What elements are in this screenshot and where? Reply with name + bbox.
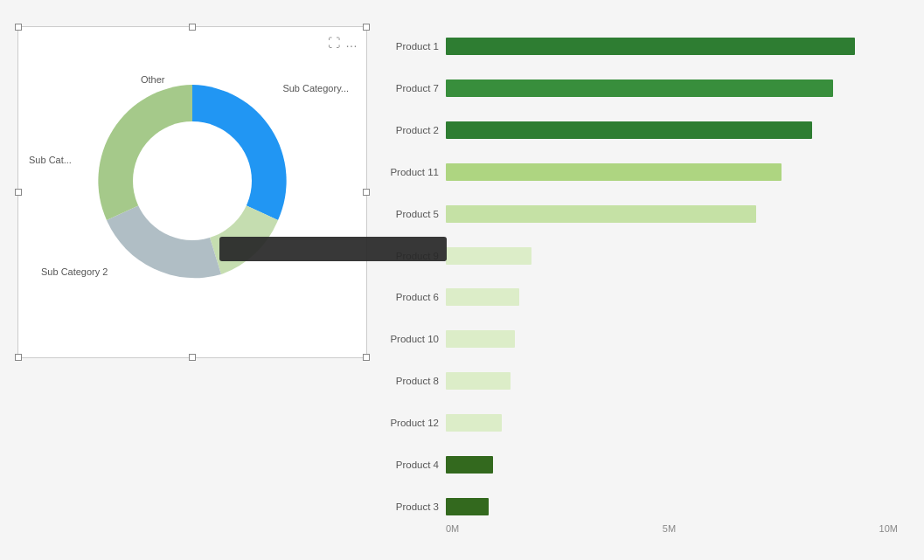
bar-fill[interactable] xyxy=(446,80,833,97)
bar-fill[interactable] xyxy=(446,247,531,265)
bar-track xyxy=(446,411,898,434)
bar-label: Product 11 xyxy=(385,167,446,177)
resize-handle-ml[interactable] xyxy=(15,189,22,196)
bar-axis: 0M 5M 10M xyxy=(446,520,898,534)
bar-row: Product 5 xyxy=(385,203,898,225)
label-sub-cat: Sub Cat... xyxy=(29,155,72,165)
bar-fill[interactable] xyxy=(446,38,855,55)
bar-row: Product 4 xyxy=(385,453,898,476)
expand-icon[interactable]: ⛶ xyxy=(328,36,340,50)
resize-handle-br[interactable] xyxy=(363,354,370,361)
bar-fill[interactable] xyxy=(446,288,519,306)
bar-label: Product 3 xyxy=(385,501,446,512)
resize-handle-tr[interactable] xyxy=(363,24,370,31)
bar-fill[interactable] xyxy=(446,205,756,223)
bar-track xyxy=(446,245,898,267)
bar-label: Product 10 xyxy=(385,334,446,344)
bar-track xyxy=(446,161,898,183)
resize-handle-bm[interactable] xyxy=(189,354,196,361)
bar-track xyxy=(446,453,898,476)
bar-label: Product 7 xyxy=(385,83,446,93)
bar-track xyxy=(446,370,898,392)
resize-handle-tl[interactable] xyxy=(15,24,22,31)
bar-row: Product 6 xyxy=(385,286,898,308)
bar-fill[interactable] xyxy=(446,498,489,515)
resize-handle-mr[interactable] xyxy=(363,189,370,196)
more-options-icon[interactable]: … xyxy=(345,36,358,50)
bar-row: Product 2 xyxy=(385,119,898,142)
bar-row: Product 1 xyxy=(385,35,898,58)
donut-chart-container: Other Sub Category... Sub Cat... Sub Cat… xyxy=(27,59,358,303)
bar-label: Product 2 xyxy=(385,125,446,135)
bar-panel: Product 1Product 7Product 2Product 11Pro… xyxy=(385,17,907,543)
bar-row: Product 9 xyxy=(385,245,898,267)
bar-track xyxy=(446,203,898,225)
bar-row: Product 7 xyxy=(385,77,898,100)
bar-label: Product 4 xyxy=(385,460,446,470)
bar-label: Product 5 xyxy=(385,209,446,219)
donut-panel-toolbar: ⛶ … xyxy=(328,36,358,50)
bar-fill[interactable] xyxy=(446,372,511,390)
bar-fill[interactable] xyxy=(446,456,493,474)
bar-row: Product 11 xyxy=(385,161,898,183)
bar-row: Product 10 xyxy=(385,328,898,350)
donut-center-hole xyxy=(133,121,252,240)
bar-track xyxy=(446,328,898,350)
bar-track xyxy=(446,35,898,58)
axis-label-10m: 10M xyxy=(879,523,898,534)
bar-fill[interactable] xyxy=(446,121,812,139)
bar-label: Product 9 xyxy=(385,251,446,261)
bar-label: Product 12 xyxy=(385,418,446,428)
donut-svg xyxy=(79,67,306,294)
bar-track xyxy=(446,77,898,100)
bar-label: Product 1 xyxy=(385,41,446,52)
bar-track xyxy=(446,495,898,518)
bar-fill[interactable] xyxy=(446,163,782,181)
donut-panel: ⛶ … Other Sub Category... xyxy=(17,26,367,358)
bar-label: Product 8 xyxy=(385,376,446,386)
axis-label-0m: 0M xyxy=(446,523,459,534)
donut-panel-header: ⛶ … xyxy=(27,36,358,50)
resize-handle-bl[interactable] xyxy=(15,354,22,361)
bar-row: Product 12 xyxy=(385,411,898,434)
resize-handle-tm[interactable] xyxy=(189,24,196,31)
bar-row: Product 3 xyxy=(385,495,898,518)
bar-fill[interactable] xyxy=(446,330,515,348)
bar-track xyxy=(446,119,898,142)
bar-row: Product 8 xyxy=(385,370,898,392)
dashboard: ⛶ … Other Sub Category... xyxy=(0,0,924,560)
bar-label: Product 6 xyxy=(385,292,446,302)
axis-label-5m: 5M xyxy=(663,523,676,534)
bar-fill[interactable] xyxy=(446,414,502,432)
bar-chart-area: Product 1Product 7Product 2Product 11Pro… xyxy=(385,35,898,520)
bar-track xyxy=(446,286,898,308)
